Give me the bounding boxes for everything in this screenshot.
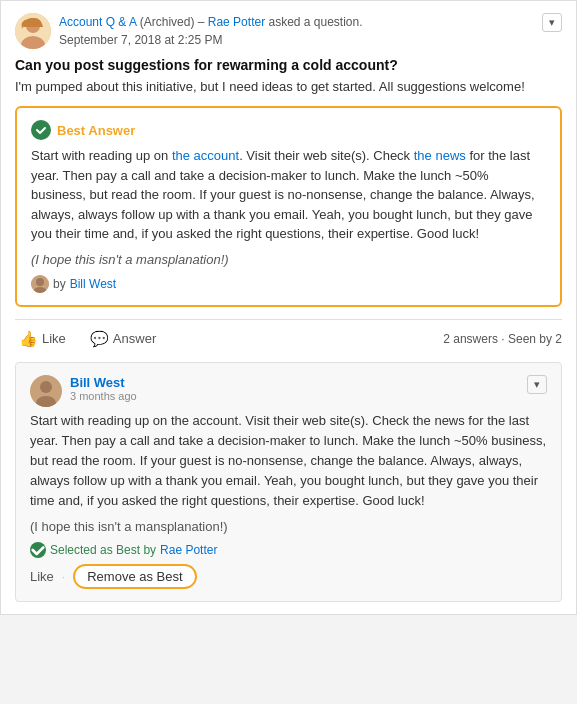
best-answer-text-part2: . Visit their web site(s). Check bbox=[239, 148, 414, 163]
answerer-name[interactable]: Bill West bbox=[70, 375, 137, 390]
author-avatar bbox=[31, 275, 49, 293]
best-answer-header: Best Answer bbox=[31, 120, 546, 140]
answer-header-left: Bill West 3 months ago bbox=[30, 375, 137, 407]
best-answer-text: Start with reading up on the account. Vi… bbox=[31, 146, 546, 244]
best-answer-link2[interactable]: the news bbox=[414, 148, 466, 163]
action-separator: · bbox=[62, 570, 65, 584]
best-answer-box: Best Answer Start with reading up on the… bbox=[15, 106, 562, 307]
author-prefix: by bbox=[53, 277, 66, 291]
answer-label: Answer bbox=[113, 331, 156, 346]
answer-body: Start with reading up on the account. Vi… bbox=[30, 411, 547, 512]
like-button[interactable]: 👍 Like bbox=[15, 328, 70, 350]
action-bar-stats: 2 answers · Seen by 2 bbox=[443, 332, 562, 346]
avatar bbox=[15, 13, 51, 49]
answer-button[interactable]: 💬 Answer bbox=[86, 328, 160, 350]
answer-like-button[interactable]: Like bbox=[30, 569, 54, 584]
svg-point-6 bbox=[36, 278, 44, 286]
svg-point-9 bbox=[40, 381, 52, 393]
post-date: September 7, 2018 at 2:25 PM bbox=[59, 33, 222, 47]
post-meta: Account Q & A (Archived) – Rae Potter as… bbox=[59, 13, 363, 49]
selected-check-icon bbox=[30, 542, 46, 558]
answer-time: 3 months ago bbox=[70, 390, 137, 402]
answer-dropdown-button[interactable]: ▾ bbox=[527, 375, 547, 394]
selected-badge: Selected as Best by Rae Potter bbox=[30, 542, 547, 558]
selected-prefix: Selected as Best by bbox=[50, 543, 156, 557]
post-header-left: Account Q & A (Archived) – Rae Potter as… bbox=[15, 13, 363, 49]
answer-note: (I hope this isn't a mansplanation!) bbox=[30, 519, 547, 534]
answerer-info: Bill West 3 months ago bbox=[70, 375, 137, 402]
like-thumb-icon: 👍 bbox=[19, 330, 38, 348]
answer-actions: Like · Remove as Best bbox=[30, 564, 547, 589]
asked-by-link[interactable]: Rae Potter bbox=[208, 15, 265, 29]
post-dropdown-button[interactable]: ▾ bbox=[542, 13, 562, 32]
best-answer-note: (I hope this isn't a mansplanation!) bbox=[31, 252, 546, 267]
post-header: Account Q & A (Archived) – Rae Potter as… bbox=[15, 13, 562, 49]
best-answer-link1[interactable]: the account bbox=[172, 148, 239, 163]
like-label: Like bbox=[42, 331, 66, 346]
action-bar-left: 👍 Like 💬 Answer bbox=[15, 328, 160, 350]
question-title: Can you post suggestions for rewarming a… bbox=[15, 57, 562, 73]
answer-author: by Bill West bbox=[31, 275, 546, 293]
remove-best-button[interactable]: Remove as Best bbox=[73, 564, 196, 589]
answerer-avatar bbox=[30, 375, 62, 407]
action-text: asked a question. bbox=[268, 15, 362, 29]
action-bar: 👍 Like 💬 Answer 2 answers · Seen by 2 bbox=[15, 319, 562, 350]
answer-section: Bill West 3 months ago ▾ Start with read… bbox=[15, 362, 562, 603]
post-card: Account Q & A (Archived) – Rae Potter as… bbox=[0, 0, 577, 615]
archived-label: (Archived) bbox=[140, 15, 195, 29]
best-answer-text-part1: Start with reading up on bbox=[31, 148, 172, 163]
best-answer-label: Best Answer bbox=[57, 123, 135, 138]
answer-header: Bill West 3 months ago ▾ bbox=[30, 375, 547, 407]
author-link[interactable]: Bill West bbox=[70, 277, 116, 291]
answer-bubble-icon: 💬 bbox=[90, 330, 109, 348]
selected-by-link[interactable]: Rae Potter bbox=[160, 543, 217, 557]
channel-link[interactable]: Account Q & A bbox=[59, 15, 140, 29]
best-answer-check-icon bbox=[31, 120, 51, 140]
question-body: I'm pumped about this initiative, but I … bbox=[15, 79, 562, 94]
